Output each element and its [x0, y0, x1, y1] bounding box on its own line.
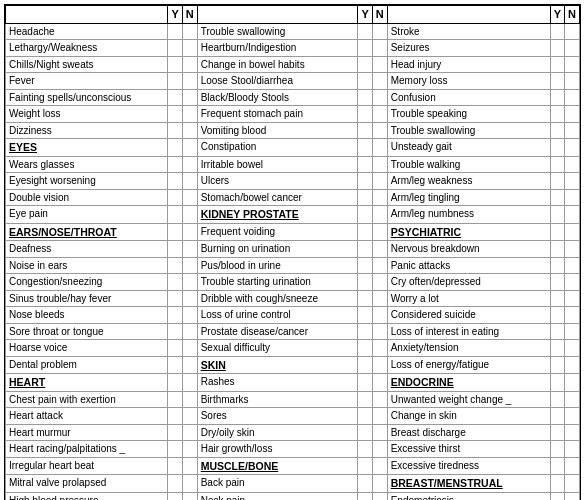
- yn-cell[interactable]: [168, 23, 182, 40]
- yn-cell[interactable]: [565, 340, 580, 357]
- yn-cell[interactable]: [565, 492, 580, 500]
- yn-cell[interactable]: [358, 290, 372, 307]
- yn-cell[interactable]: [182, 206, 197, 224]
- yn-cell[interactable]: [358, 23, 372, 40]
- yn-cell[interactable]: [358, 391, 372, 408]
- yn-cell[interactable]: [372, 307, 387, 324]
- yn-cell[interactable]: [550, 73, 564, 90]
- yn-cell[interactable]: [182, 492, 197, 500]
- yn-cell[interactable]: [358, 173, 372, 190]
- yn-cell[interactable]: [550, 257, 564, 274]
- yn-cell[interactable]: [168, 408, 182, 425]
- yn-cell[interactable]: [550, 23, 564, 40]
- yn-cell[interactable]: [565, 156, 580, 173]
- yn-cell[interactable]: [372, 323, 387, 340]
- yn-cell[interactable]: [372, 457, 387, 475]
- yn-cell[interactable]: [358, 139, 372, 157]
- yn-cell[interactable]: [168, 156, 182, 173]
- yn-cell[interactable]: [372, 374, 387, 392]
- yn-cell[interactable]: [358, 492, 372, 500]
- yn-cell[interactable]: [550, 323, 564, 340]
- yn-cell[interactable]: [372, 156, 387, 173]
- yn-cell[interactable]: [550, 307, 564, 324]
- yn-cell[interactable]: [372, 173, 387, 190]
- yn-cell[interactable]: [550, 106, 564, 123]
- yn-cell[interactable]: [168, 241, 182, 258]
- yn-cell[interactable]: [565, 56, 580, 73]
- yn-cell[interactable]: [182, 441, 197, 458]
- yn-cell[interactable]: [372, 290, 387, 307]
- yn-cell[interactable]: [372, 189, 387, 206]
- yn-cell[interactable]: [550, 492, 564, 500]
- yn-cell[interactable]: [358, 340, 372, 357]
- yn-cell[interactable]: [372, 122, 387, 139]
- yn-cell[interactable]: [168, 139, 182, 157]
- yn-cell[interactable]: [550, 122, 564, 139]
- yn-cell[interactable]: [358, 424, 372, 441]
- yn-cell[interactable]: [358, 475, 372, 493]
- yn-cell[interactable]: [182, 340, 197, 357]
- yn-cell[interactable]: [168, 56, 182, 73]
- yn-cell[interactable]: [550, 441, 564, 458]
- yn-cell[interactable]: [168, 391, 182, 408]
- yn-cell[interactable]: [372, 356, 387, 374]
- yn-cell[interactable]: [550, 424, 564, 441]
- yn-cell[interactable]: [372, 89, 387, 106]
- yn-cell[interactable]: [372, 274, 387, 291]
- yn-cell[interactable]: [358, 257, 372, 274]
- yn-cell[interactable]: [182, 122, 197, 139]
- yn-cell[interactable]: [168, 73, 182, 90]
- yn-cell[interactable]: [358, 441, 372, 458]
- yn-cell[interactable]: [550, 56, 564, 73]
- yn-cell[interactable]: [372, 424, 387, 441]
- yn-cell[interactable]: [168, 106, 182, 123]
- yn-cell[interactable]: [565, 475, 580, 493]
- yn-cell[interactable]: [358, 106, 372, 123]
- yn-cell[interactable]: [168, 223, 182, 241]
- yn-cell[interactable]: [565, 356, 580, 374]
- yn-cell[interactable]: [358, 408, 372, 425]
- yn-cell[interactable]: [182, 241, 197, 258]
- yn-cell[interactable]: [550, 340, 564, 357]
- yn-cell[interactable]: [182, 173, 197, 190]
- yn-cell[interactable]: [182, 139, 197, 157]
- yn-cell[interactable]: [565, 257, 580, 274]
- yn-cell[interactable]: [565, 274, 580, 291]
- yn-cell[interactable]: [550, 241, 564, 258]
- yn-cell[interactable]: [565, 374, 580, 392]
- yn-cell[interactable]: [565, 206, 580, 224]
- yn-cell[interactable]: [168, 475, 182, 493]
- yn-cell[interactable]: [182, 475, 197, 493]
- yn-cell[interactable]: [168, 492, 182, 500]
- yn-cell[interactable]: [182, 408, 197, 425]
- yn-cell[interactable]: [550, 156, 564, 173]
- yn-cell[interactable]: [358, 73, 372, 90]
- yn-cell[interactable]: [565, 173, 580, 190]
- yn-cell[interactable]: [358, 189, 372, 206]
- yn-cell[interactable]: [372, 241, 387, 258]
- yn-cell[interactable]: [550, 274, 564, 291]
- yn-cell[interactable]: [372, 106, 387, 123]
- yn-cell[interactable]: [168, 89, 182, 106]
- yn-cell[interactable]: [565, 391, 580, 408]
- yn-cell[interactable]: [372, 139, 387, 157]
- yn-cell[interactable]: [182, 374, 197, 392]
- yn-cell[interactable]: [550, 475, 564, 493]
- yn-cell[interactable]: [565, 241, 580, 258]
- yn-cell[interactable]: [182, 457, 197, 475]
- yn-cell[interactable]: [168, 374, 182, 392]
- yn-cell[interactable]: [182, 424, 197, 441]
- yn-cell[interactable]: [550, 40, 564, 57]
- yn-cell[interactable]: [550, 223, 564, 241]
- yn-cell[interactable]: [550, 89, 564, 106]
- yn-cell[interactable]: [168, 323, 182, 340]
- yn-cell[interactable]: [358, 56, 372, 73]
- yn-cell[interactable]: [565, 89, 580, 106]
- yn-cell[interactable]: [550, 457, 564, 475]
- yn-cell[interactable]: [565, 122, 580, 139]
- yn-cell[interactable]: [168, 274, 182, 291]
- yn-cell[interactable]: [358, 206, 372, 224]
- yn-cell[interactable]: [565, 106, 580, 123]
- yn-cell[interactable]: [550, 391, 564, 408]
- yn-cell[interactable]: [565, 73, 580, 90]
